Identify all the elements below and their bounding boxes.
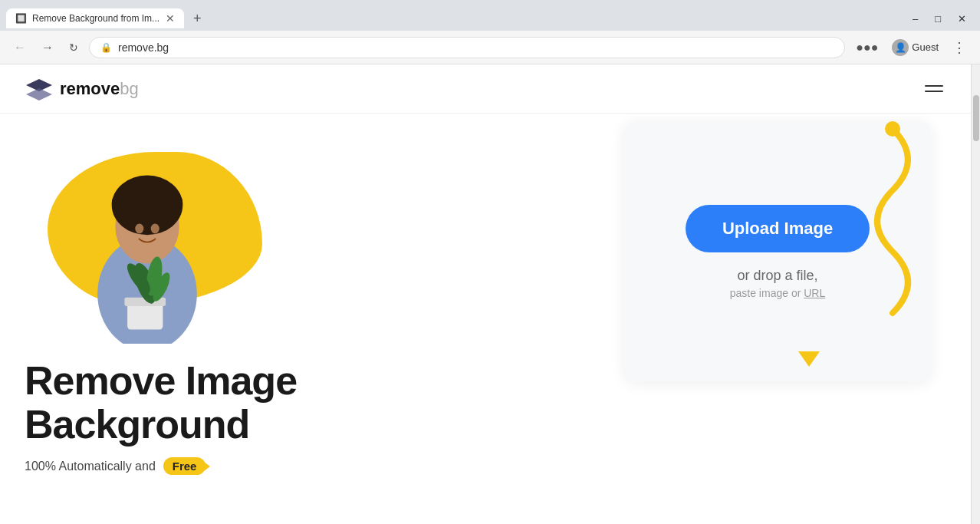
hamburger-line-1 <box>925 85 943 87</box>
squiggle-decoration <box>831 121 954 336</box>
svg-point-8 <box>135 224 143 234</box>
free-badge: Free <box>163 457 206 475</box>
hero-person-image <box>71 152 224 344</box>
minimize-button[interactable]: – <box>905 10 926 28</box>
hero-title: Remove Image Background <box>25 359 609 447</box>
site-navbar: removebg <box>0 64 971 114</box>
drop-file-text: or drop a file, <box>730 268 826 284</box>
page-viewport: removebg <box>0 64 971 524</box>
scrollbar-thumb[interactable] <box>973 95 979 141</box>
main-content: Remove Image Background 100% Automatical… <box>0 114 971 524</box>
paste-text: paste image or URL <box>730 287 826 299</box>
svg-point-16 <box>885 121 900 137</box>
svg-point-7 <box>132 177 163 209</box>
subtitle-prefix: 100% Automatically and <box>25 460 156 473</box>
forward-button[interactable]: → <box>37 38 58 58</box>
right-section: Upload Image or drop a file, paste image… <box>609 121 946 382</box>
tab-title: Remove Background from Im... <box>32 13 159 24</box>
triangle-decoration <box>798 351 820 367</box>
toolbar-right: ●●● 👤 Guest ⋮ <box>851 36 971 59</box>
avatar-icon: 👤 <box>892 39 909 56</box>
left-section: Remove Image Background 100% Automatical… <box>25 137 609 475</box>
svg-marker-1 <box>26 88 52 101</box>
tab-favicon: 🔲 <box>15 13 26 24</box>
window-controls: – □ ✕ <box>905 10 974 28</box>
tab-close-button[interactable]: ✕ <box>166 13 175 24</box>
close-button[interactable]: ✕ <box>950 10 974 28</box>
new-tab-button[interactable]: + <box>190 8 205 30</box>
browser-window: 🔲 Remove Background from Im... ✕ + – □ ✕… <box>0 0 980 524</box>
address-bar[interactable]: 🔒 remove.bg <box>89 37 845 58</box>
hero-subtitle: 100% Automatically and Free <box>25 457 609 475</box>
browser-menu-button[interactable]: ⋮ <box>948 36 971 59</box>
hero-text: Remove Image Background 100% Automatical… <box>25 359 609 475</box>
svg-point-9 <box>151 224 159 234</box>
profile-button[interactable]: 👤 Guest <box>886 36 945 59</box>
browser-content: removebg <box>0 64 980 524</box>
lock-icon: 🔒 <box>100 42 112 53</box>
logo-icon <box>25 77 54 101</box>
restore-button[interactable]: □ <box>927 10 949 28</box>
logo: removebg <box>25 77 139 101</box>
hamburger-menu[interactable] <box>922 82 946 95</box>
browser-toolbar: ← → ↻ 🔒 remove.bg ●●● 👤 Guest ⋮ <box>0 31 980 64</box>
browser-tab[interactable]: 🔲 Remove Background from Im... ✕ <box>6 8 184 28</box>
hamburger-line-2 <box>925 91 943 92</box>
back-button[interactable]: ← <box>9 38 31 58</box>
triangle-shape <box>798 351 820 367</box>
hero-image-container <box>25 137 285 344</box>
logo-wordmark: removebg <box>60 79 139 99</box>
guest-label: Guest <box>912 41 939 53</box>
title-bar: 🔲 Remove Background from Im... ✕ + – □ ✕ <box>0 0 980 31</box>
url-link[interactable]: URL <box>804 287 825 299</box>
extensions-button[interactable]: ●●● <box>851 38 883 58</box>
webpage: removebg <box>0 64 971 524</box>
address-text: remove.bg <box>118 41 834 54</box>
scrollbar[interactable] <box>971 64 980 524</box>
drop-text: or drop a file, paste image or URL <box>730 268 826 299</box>
refresh-button[interactable]: ↻ <box>64 38 83 57</box>
